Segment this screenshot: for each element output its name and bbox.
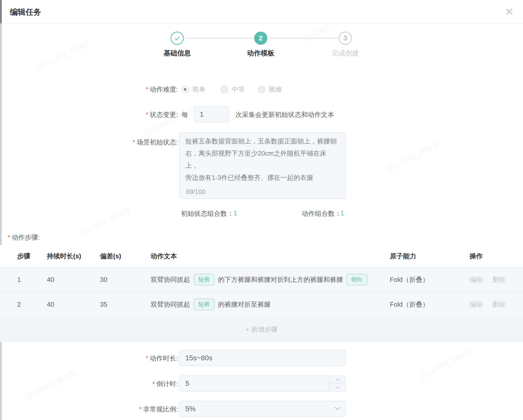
countdown-input[interactable]: 5 xyxy=(179,375,346,392)
state-change-value: 1 xyxy=(200,110,204,118)
countdown-value: 5 xyxy=(185,380,189,388)
delete-link[interactable]: 删除 xyxy=(492,276,506,283)
orientation-tag: 朝向 xyxy=(347,274,367,285)
object-tag: 短裤 xyxy=(194,299,214,310)
col-deviation: 偏差(s) xyxy=(100,251,121,260)
add-step-button[interactable]: + 新增步骤 xyxy=(0,317,523,342)
cell-deviation: 30 xyxy=(100,276,107,284)
cell-operation: 编辑删除 xyxy=(470,275,506,284)
table-row: 2 40 35 双臂协同抓起 短裤 的裤腰对折至裤腿 Fold（折叠） 编辑删除 xyxy=(0,292,523,317)
radio-circle-selected xyxy=(182,86,189,93)
close-icon xyxy=(505,8,513,16)
action-combo-value: 1 xyxy=(340,209,344,217)
chevron-down-icon xyxy=(335,386,340,389)
page-left-edge xyxy=(0,0,2,420)
step-2-number: 2 xyxy=(259,34,263,42)
step-1-label: 基础信息 xyxy=(144,49,210,58)
cell-step: 1 xyxy=(17,276,21,284)
required-mark: * xyxy=(146,354,148,362)
unusual-ratio-label: *非常规比例: xyxy=(139,405,178,414)
cell-step: 2 xyxy=(17,301,21,308)
radio-hard[interactable]: 困难 xyxy=(258,85,282,94)
cell-deviation: 35 xyxy=(100,301,107,308)
initial-combo-label: 初始状态组合数： xyxy=(181,209,234,218)
unusual-ratio-value: 5% xyxy=(185,405,195,413)
stepper-connector-2 xyxy=(269,38,339,39)
countdown-label: *倒计时: xyxy=(152,380,178,388)
step-2-circle: 2 xyxy=(254,32,267,45)
action-steps-label: *动作步骤: xyxy=(8,233,40,242)
action-combo-label: 动作组合数： xyxy=(302,209,341,218)
required-mark: * xyxy=(133,138,135,146)
col-step: 步骤 xyxy=(17,251,30,260)
char-counter: 69/100 xyxy=(186,188,205,196)
col-duration: 持续时长(s) xyxy=(47,251,81,260)
duration-input[interactable]: 15s~80s xyxy=(179,350,346,366)
table-header: 步骤 持续时长(s) 偏差(s) 动作文本 原子能力 操作 xyxy=(0,245,523,267)
state-change-suffix: 次采集会更新初始状态和动作文本 xyxy=(235,110,334,119)
table-row: 1 40 30 双臂协同抓起 短裤 的下方裤腿和裤腰对折到上方的裤腿和裤腰 朝向… xyxy=(0,267,523,292)
cell-ability: Fold（折叠） xyxy=(390,275,429,284)
initial-combo-value: 1 xyxy=(233,209,237,217)
required-mark: * xyxy=(8,234,10,241)
cell-action-text: 双臂协同抓起 短裤 的下方裤腿和裤腰对折到上方的裤腿和裤腰 朝向 xyxy=(151,267,367,292)
step-3-circle: 3 xyxy=(339,32,352,45)
radio-easy-label: 简单 xyxy=(192,85,206,94)
col-action-text: 动作文本 xyxy=(151,251,177,260)
close-button[interactable] xyxy=(504,7,514,17)
required-mark: * xyxy=(146,111,148,118)
radio-medium-label: 中等 xyxy=(232,85,245,94)
required-mark: * xyxy=(146,86,148,93)
decrease-button[interactable] xyxy=(330,384,345,391)
radio-circle xyxy=(221,86,228,93)
dialog-title: 编辑任务 xyxy=(10,7,41,17)
object-tag: 短裤 xyxy=(194,274,214,285)
watermark: {{current_time}} xyxy=(24,367,78,401)
delete-link[interactable]: 删除 xyxy=(492,301,506,308)
unusual-ratio-select[interactable]: 5% xyxy=(179,401,346,417)
edit-link[interactable]: 编辑 xyxy=(470,276,483,283)
chevron-down-icon xyxy=(335,407,340,410)
cell-operation: 编辑删除 xyxy=(470,300,506,309)
number-stepper xyxy=(330,376,345,391)
state-change-label: *状态变更: xyxy=(146,110,178,119)
radio-easy[interactable]: 简单 xyxy=(182,85,206,94)
steps-table: 步骤 持续时长(s) 偏差(s) 动作文本 原子能力 操作 1 40 30 双臂… xyxy=(0,245,523,342)
watermark: {{current_time}} xyxy=(77,205,131,239)
step-3-label: 完成创建 xyxy=(312,49,378,58)
initial-state-label: *场景初始状态: xyxy=(133,138,178,147)
col-ability: 原子能力 xyxy=(390,251,416,260)
increase-button[interactable] xyxy=(330,376,345,384)
cell-duration: 40 xyxy=(47,301,54,308)
step-2-label: 动作模板 xyxy=(228,49,294,58)
chevron-up-icon xyxy=(335,378,340,381)
dialog-header: 编辑任务 xyxy=(2,0,523,24)
required-mark: * xyxy=(139,405,142,413)
col-operation: 操作 xyxy=(470,251,483,260)
edit-link[interactable]: 编辑 xyxy=(470,301,483,308)
state-change-prefix: 每 xyxy=(182,110,188,119)
cell-action-text: 双臂协同抓起 短裤 的裤腰对折至裤腿 xyxy=(151,292,271,317)
watermark: {{current_time}} xyxy=(419,347,473,381)
difficulty-label: *动作难度: xyxy=(146,85,178,94)
cell-ability: Fold（折叠） xyxy=(390,300,429,309)
edit-task-dialog: {{current_time}} {{current_time}} {{curr… xyxy=(0,0,523,420)
initial-state-value: 短裤五条数据背面朝上，五条数据正面朝上，裤腰朝 右，离头部视野下方至少20cm之… xyxy=(185,135,339,184)
state-change-input[interactable]: 1 xyxy=(194,106,229,122)
duration-value: 15s~80s xyxy=(185,354,212,362)
stepper-connector-1 xyxy=(185,38,256,39)
radio-hard-label: 困难 xyxy=(269,85,282,94)
duration-label: *动作时长: xyxy=(146,354,178,363)
watermark: {{current_time}} xyxy=(36,38,90,72)
check-icon xyxy=(174,35,181,42)
step-1-circle xyxy=(171,32,184,45)
add-step-label: + 新增步骤 xyxy=(246,325,277,334)
cell-duration: 40 xyxy=(47,276,54,284)
step-3-number: 3 xyxy=(343,34,347,42)
select-arrow xyxy=(335,407,340,411)
required-mark: * xyxy=(152,380,155,388)
radio-circle xyxy=(258,86,265,93)
watermark: {{current_time}} xyxy=(386,140,440,173)
radio-medium[interactable]: 中等 xyxy=(221,85,245,94)
